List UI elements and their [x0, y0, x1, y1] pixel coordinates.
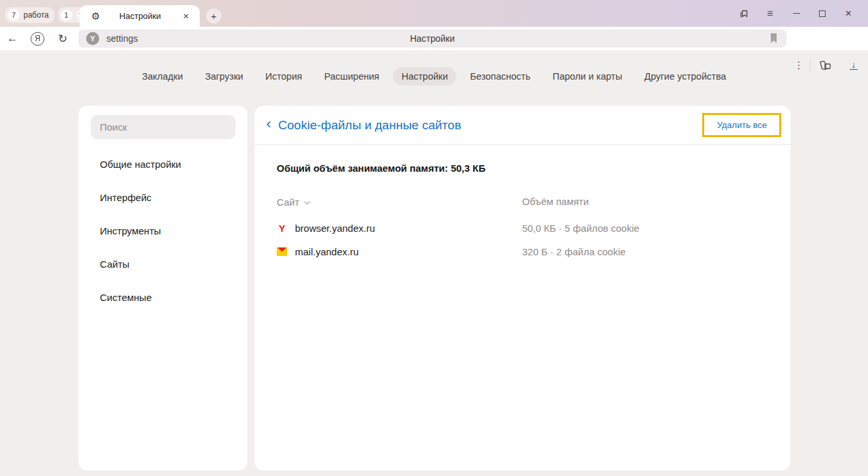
- gear-icon: ⚙: [91, 10, 100, 22]
- maximize-button[interactable]: [809, 0, 835, 27]
- tab-close-icon[interactable]: ✕: [180, 10, 192, 22]
- nav-security[interactable]: Безопасность: [461, 67, 539, 86]
- settings-sidebar: Общие настройки Интерфейс Инструменты Са…: [78, 106, 247, 471]
- highlight-frame: Удалить все: [702, 113, 781, 137]
- url-text: settings: [106, 33, 138, 44]
- back-chevron-icon[interactable]: ‹: [264, 118, 273, 131]
- sidebar-sections: Общие настройки Интерфейс Инструменты Са…: [78, 153, 247, 309]
- column-site[interactable]: Сайт: [277, 197, 300, 208]
- panel-body: Общий объём занимаемой памяти: 50,3 КБ С…: [255, 145, 790, 263]
- site-list: Y browser.yandex.ru 50,0 КБ · 5 файлов c…: [277, 216, 777, 263]
- minimize-button[interactable]: [783, 0, 809, 27]
- browser-toolbar: ← Я ↻ Y settings Настройки ⋮ ↓: [0, 27, 868, 50]
- close-window-button[interactable]: ✕: [835, 0, 861, 27]
- yandex-mail-favicon: [277, 247, 287, 256]
- nav-downloads[interactable]: Загрузки: [196, 67, 251, 86]
- sidebar-item-general[interactable]: Общие настройки: [78, 153, 247, 176]
- page-title: Cookie-файлы и данные сайтов: [278, 118, 702, 133]
- sidebar-item-sites[interactable]: Сайты: [78, 253, 247, 276]
- nav-bookmarks[interactable]: Закладки: [133, 67, 191, 86]
- tab-group-label: работа: [23, 10, 49, 20]
- tab-settings[interactable]: ⚙ Настройки ✕: [80, 5, 200, 27]
- protect-icon[interactable]: Y: [86, 32, 99, 45]
- column-size: Объём памяти: [522, 196, 589, 207]
- site-name: browser.yandex.ru: [295, 223, 375, 234]
- tab-group-work[interactable]: 7 работа: [5, 7, 54, 23]
- sidebar-item-tools[interactable]: Инструменты: [78, 219, 247, 243]
- search-input[interactable]: [91, 115, 236, 139]
- site-size: 50,0 КБ · 5 файлов cookie: [522, 223, 777, 234]
- total-memory-summary: Общий объём занимаемой памяти: 50,3 КБ: [277, 163, 777, 174]
- title-bar: 7 работа 1 ⚙ Настройки ✕ + ≡: [0, 0, 868, 27]
- site-size: 320 Б · 2 файла cookie: [522, 246, 777, 257]
- sort-chevron-icon[interactable]: [304, 196, 310, 208]
- back-icon[interactable]: ←: [0, 32, 25, 45]
- bookmark-icon[interactable]: [769, 33, 779, 46]
- sidebar-item-system[interactable]: Системные: [78, 286, 247, 309]
- nav-settings[interactable]: Настройки: [393, 67, 456, 86]
- tab-group-count-badge: 7: [8, 9, 20, 21]
- address-bar[interactable]: Y settings Настройки: [78, 29, 786, 48]
- tab-title: Настройки: [100, 11, 179, 21]
- nav-history[interactable]: История: [257, 67, 311, 86]
- yandex-logo-icon[interactable]: Я: [31, 32, 44, 46]
- nav-other-devices[interactable]: Другие устройства: [636, 67, 734, 86]
- tab-group-active-badge: 1: [61, 9, 72, 21]
- nav-extensions[interactable]: Расширения: [316, 67, 388, 86]
- yandex-browser-favicon: Y: [277, 223, 287, 233]
- reload-icon[interactable]: ↻: [50, 32, 75, 46]
- table-header: Сайт Объём памяти: [277, 196, 777, 208]
- settings-nav: Закладки Загрузки История Расширения Нас…: [0, 67, 868, 86]
- menu-icon[interactable]: ≡: [757, 0, 783, 27]
- cookies-panel: ‹ Cookie-файлы и данные сайтов Удалить в…: [255, 106, 790, 471]
- table-row[interactable]: mail.yandex.ru 320 Б · 2 файла cookie: [277, 240, 777, 263]
- new-tab-button[interactable]: +: [206, 8, 221, 24]
- address-bar-page-title: Настройки: [78, 33, 786, 44]
- nav-passwords[interactable]: Пароли и карты: [544, 67, 631, 86]
- site-name: mail.yandex.ru: [295, 246, 359, 257]
- tab-panel-icon[interactable]: [731, 0, 757, 27]
- sidebar-item-interface[interactable]: Интерфейс: [78, 186, 247, 210]
- yandex-browser-window: 7 работа 1 ⚙ Настройки ✕ + ≡: [0, 0, 868, 476]
- table-row[interactable]: Y browser.yandex.ru 50,0 КБ · 5 файлов c…: [277, 216, 777, 240]
- delete-all-button[interactable]: Удалить все: [704, 115, 779, 135]
- window-controls: ≡ ✕: [731, 0, 861, 27]
- panel-header: ‹ Cookie-файлы и данные сайтов Удалить в…: [255, 106, 790, 144]
